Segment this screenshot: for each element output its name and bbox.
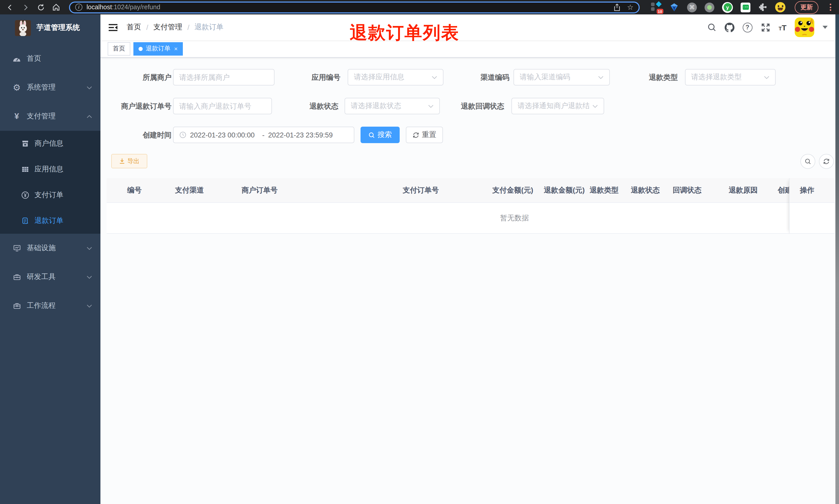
- window-scrollbar-strip[interactable]: [835, 14, 839, 504]
- tab-close-icon[interactable]: ×: [174, 45, 178, 52]
- main-area: 首页 / 支付管理 / 退款订单 退款订单列表 ? TT: [101, 14, 835, 504]
- sidebar-item-pay[interactable]: ¥ 支付管理: [0, 102, 101, 131]
- table-grid-icon: [21, 165, 29, 174]
- export-button[interactable]: 导出: [111, 154, 147, 168]
- refund-type-select[interactable]: 请选择退款类型: [685, 69, 775, 86]
- tab-active-dot: [139, 47, 143, 51]
- col-header-merchant-order-no: 商户订单号: [236, 185, 398, 195]
- gear-icon: ⚙: [12, 83, 21, 92]
- create-time-range-picker[interactable]: 2022-01-23 00:00:00 - 2022-01-23 23:59:5…: [173, 127, 354, 143]
- extension-status-dot-icon[interactable]: [704, 2, 714, 12]
- sidebar-item-merchant-info[interactable]: 商户信息: [0, 131, 101, 157]
- sidebar-item-system[interactable]: ⚙ 系统管理: [0, 73, 101, 102]
- github-icon[interactable]: [725, 22, 734, 32]
- y-glyph: y: [724, 3, 732, 11]
- col-header-action: 操作: [789, 178, 835, 203]
- breadcrumb-separator: /: [188, 23, 190, 31]
- extension-y-app-icon[interactable]: y: [722, 2, 733, 13]
- extensions-group: 10 ⌘ y: [651, 2, 785, 13]
- toggle-search-button[interactable]: [800, 154, 815, 169]
- tab-refund-order[interactable]: 退款订单 ×: [133, 42, 183, 55]
- font-size-icon[interactable]: TT: [779, 23, 786, 31]
- help-icon[interactable]: ?: [743, 22, 752, 32]
- browser-toolbar: i localhost:1024/pay/refund ☆ 10 ⌘ y: [0, 0, 839, 14]
- sidebar-logo-row[interactable]: 芋道管理系统: [0, 14, 101, 41]
- dashboard-icon: [12, 54, 21, 63]
- extensions-puzzle-icon[interactable]: [758, 3, 767, 12]
- breadcrumb-pay[interactable]: 支付管理: [154, 23, 182, 32]
- tab-home[interactable]: 首页: [108, 42, 130, 55]
- sidebar-item-label: 支付管理: [27, 112, 56, 121]
- user-avatar[interactable]: [795, 18, 814, 37]
- chevron-down-icon: [87, 86, 92, 89]
- page-annotation-title: 退款订单列表: [350, 21, 460, 45]
- top-navbar: 首页 / 支付管理 / 退款订单 退款订单列表 ? TT: [101, 14, 835, 40]
- select-placeholder: 请选择应用信息: [354, 73, 429, 82]
- url-path: :1024/pay/refund: [112, 4, 160, 11]
- breadcrumb: 首页 / 支付管理 / 退款订单: [127, 23, 224, 32]
- extension-command-icon[interactable]: ⌘: [687, 2, 697, 12]
- briefcase-icon: [12, 302, 21, 310]
- page-info-icon[interactable]: i: [75, 4, 83, 11]
- select-placeholder: 请选择退款类型: [691, 73, 761, 82]
- sidebar-item-dev-tools[interactable]: 研发工具: [0, 263, 101, 291]
- breadcrumb-home[interactable]: 首页: [127, 23, 141, 32]
- back-icon[interactable]: [5, 3, 14, 12]
- yen-icon: ¥: [12, 112, 21, 121]
- select-placeholder: 请选择通知商户退款结果的: [518, 102, 589, 111]
- col-header-refund-status: 退款状态: [626, 185, 667, 195]
- extension-grid-diamond-icon[interactable]: 10: [651, 2, 661, 12]
- monitor-icon: [12, 244, 21, 253]
- field-label-refund-status: 退款状态: [251, 98, 338, 114]
- chevron-up-icon: [87, 114, 92, 118]
- sidebar-item-workflow[interactable]: 工作流程: [0, 291, 101, 320]
- fullscreen-icon[interactable]: [761, 22, 770, 32]
- field-label-channel-code: 渠道编码: [422, 69, 510, 86]
- address-bar[interactable]: i localhost:1024/pay/refund ☆: [69, 1, 640, 13]
- extension-gem-icon[interactable]: [669, 2, 679, 12]
- yen-circle-icon: [21, 191, 29, 199]
- forward-icon[interactable]: [21, 3, 30, 12]
- home-icon[interactable]: [52, 3, 61, 12]
- tab-label: 退款订单: [146, 44, 171, 53]
- extension-chat-icon[interactable]: [740, 2, 750, 12]
- reload-icon[interactable]: [36, 3, 45, 12]
- sidebar-item-pay-order[interactable]: 支付订单: [0, 182, 101, 208]
- search-icon[interactable]: [707, 23, 716, 32]
- col-header-pay-order-no: 支付订单号: [398, 185, 487, 195]
- sidebar-item-label: 退款订单: [35, 216, 64, 226]
- date-range-start[interactable]: 2022-01-23 00:00:00: [190, 131, 258, 139]
- action-cell-empty: [789, 203, 835, 234]
- share-icon[interactable]: [614, 3, 621, 11]
- field-label-callback-status: 退款回调状态: [417, 98, 504, 114]
- callback-status-select[interactable]: 请选择通知商户退款结果的: [512, 98, 604, 114]
- col-header-id: 编号: [107, 185, 170, 195]
- sidebar-item-app-info[interactable]: 应用信息: [0, 157, 101, 182]
- sidebar-item-label: 支付订单: [35, 191, 64, 200]
- col-header-create-time: 创建时间: [772, 185, 789, 195]
- search-button[interactable]: 搜索: [360, 127, 400, 143]
- sidebar-item-label: 系统管理: [27, 83, 56, 92]
- extension-emoji-icon[interactable]: [775, 2, 785, 12]
- sidebar-item-home[interactable]: 首页: [0, 44, 101, 73]
- sidebar-item-infra[interactable]: 基础设施: [0, 234, 101, 263]
- reset-button[interactable]: 重置: [406, 127, 443, 143]
- col-header-callback-status: 回调状态: [667, 185, 724, 195]
- search-button-label: 搜索: [377, 130, 392, 140]
- browser-menu-icon[interactable]: [827, 4, 834, 11]
- tab-label: 首页: [113, 44, 125, 53]
- sidebar-item-refund-order[interactable]: 退款订单: [0, 208, 101, 234]
- refresh-table-button[interactable]: [819, 154, 834, 169]
- chevron-down-icon: [87, 275, 92, 279]
- browser-update-button[interactable]: 更新: [795, 1, 818, 14]
- breadcrumb-separator: /: [146, 23, 148, 31]
- date-range-end[interactable]: 2022-01-23 23:59:59: [268, 131, 348, 139]
- bookmark-star-icon[interactable]: ☆: [627, 4, 633, 11]
- avatar-caret-icon[interactable]: [822, 26, 828, 31]
- url-text: localhost:1024/pay/refund: [87, 4, 160, 11]
- export-button-label: 导出: [127, 157, 140, 165]
- chevron-down-icon: [764, 75, 769, 79]
- collapse-sidebar-icon[interactable]: [108, 23, 118, 32]
- col-header-refund-type: 退款类型: [585, 185, 626, 195]
- sidebar-menu: 首页 ⚙ 系统管理 ¥ 支付管理: [0, 41, 101, 320]
